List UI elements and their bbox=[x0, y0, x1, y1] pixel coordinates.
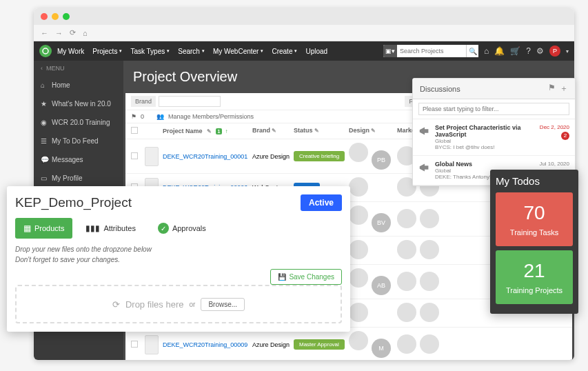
todos-title: My Todos bbox=[496, 175, 573, 187]
col-status[interactable]: Status✎ bbox=[294, 127, 349, 135]
avatar[interactable] bbox=[349, 205, 368, 225]
todo-label: Training Projects bbox=[501, 286, 567, 294]
avatar[interactable] bbox=[420, 334, 439, 354]
result-count: 0 bbox=[141, 113, 144, 120]
edit-icon: ✎ bbox=[371, 128, 376, 134]
brand-filter-input[interactable] bbox=[159, 96, 221, 107]
nav-search[interactable]: Search▾ bbox=[178, 48, 205, 55]
avatar[interactable] bbox=[349, 268, 368, 288]
nav-home-icon[interactable]: ⌂ bbox=[484, 46, 489, 56]
box-icon: ▦ bbox=[23, 223, 31, 233]
nav-mywork[interactable]: My Work bbox=[57, 48, 84, 55]
col-project[interactable]: Project Name✎1↑ bbox=[163, 127, 252, 135]
app-logo[interactable] bbox=[39, 45, 52, 57]
nav-create[interactable]: Create▾ bbox=[272, 48, 297, 55]
filter-icon[interactable]: ⚑ bbox=[548, 83, 556, 94]
brand-cell: Azure Design bbox=[252, 153, 294, 160]
avatar[interactable] bbox=[397, 209, 416, 228]
sidebar-item-home[interactable]: ⌂Home bbox=[34, 76, 123, 94]
discussion-scope: Global bbox=[435, 138, 536, 144]
discussion-item[interactable]: Set Project Characteristic via JavaScrip… bbox=[413, 119, 575, 156]
max-dot[interactable] bbox=[63, 13, 70, 20]
avatar[interactable] bbox=[420, 209, 439, 228]
avatar[interactable] bbox=[420, 272, 439, 291]
sidebar-item-whatsnew[interactable]: ★What's New in 20.0 bbox=[34, 94, 123, 113]
user-menu-caret[interactable]: ▾ bbox=[566, 48, 569, 54]
avatar[interactable] bbox=[397, 272, 416, 291]
avatar[interactable] bbox=[349, 303, 368, 322]
tab-attributes[interactable]: ▮▮▮Attributes bbox=[77, 218, 144, 239]
megaphone-icon bbox=[418, 125, 431, 137]
project-link[interactable]: DEKE_WCR20Training_00009 bbox=[163, 341, 247, 348]
avatar[interactable] bbox=[397, 240, 416, 259]
project-link[interactable]: DEKE_WCR20Training_00001 bbox=[163, 153, 247, 160]
forward-icon[interactable]: → bbox=[55, 29, 63, 37]
todo-tile[interactable]: 70Training Tasks bbox=[496, 192, 573, 246]
gear-icon[interactable]: ⚙ bbox=[536, 46, 544, 56]
avatar[interactable]: BV bbox=[372, 213, 391, 232]
flag-icon[interactable]: ⚑ bbox=[131, 113, 136, 120]
unread-badge: 2 bbox=[561, 132, 569, 140]
cart-icon[interactable]: 🛒 bbox=[510, 46, 520, 56]
sidebar-menu-header[interactable]: ‹MENU bbox=[34, 61, 123, 76]
reload-icon[interactable]: ⟳ bbox=[70, 28, 76, 37]
col-brand[interactable]: Brand✎ bbox=[252, 127, 294, 135]
notifications-icon[interactable]: 🔔 bbox=[494, 46, 505, 56]
select-all-checkbox[interactable] bbox=[131, 127, 138, 134]
avatar[interactable] bbox=[420, 240, 439, 259]
table-row[interactable]: DEKE_WCR20Training_00009 Azure Design Ma… bbox=[125, 328, 572, 360]
nav-projects[interactable]: Projects▾ bbox=[92, 48, 122, 55]
avatar[interactable] bbox=[349, 331, 368, 350]
back-icon[interactable]: ← bbox=[41, 29, 48, 37]
nav-upload[interactable]: Upload bbox=[305, 48, 327, 55]
avatar[interactable] bbox=[349, 143, 368, 162]
min-dot[interactable] bbox=[52, 13, 59, 20]
members-icon: 👥 bbox=[156, 113, 164, 120]
avatar[interactable] bbox=[420, 303, 439, 322]
row-checkbox[interactable] bbox=[131, 341, 138, 348]
browse-button[interactable]: Browse... bbox=[201, 298, 245, 311]
save-changes-button[interactable]: 💾Save Changes bbox=[270, 269, 342, 285]
avatar[interactable] bbox=[349, 177, 368, 197]
user-avatar[interactable]: P bbox=[549, 46, 560, 57]
avatar[interactable] bbox=[397, 334, 416, 354]
sort-indicator: 1 bbox=[216, 128, 223, 134]
avatar[interactable]: PB bbox=[372, 150, 391, 170]
sidebar-item-profile[interactable]: ▭My Profile bbox=[34, 169, 123, 188]
sidebar-item-todo[interactable]: ☰My To Do Feed bbox=[34, 132, 123, 150]
window-controls bbox=[34, 8, 574, 25]
todo-tile[interactable]: 21Training Projects bbox=[496, 250, 573, 304]
discussion-date: Jul 10, 2020 bbox=[539, 161, 569, 167]
file-dropzone[interactable]: ⟳ Drop files here or Browse... bbox=[15, 285, 342, 323]
search-scope[interactable]: ▣▾ bbox=[383, 45, 397, 57]
svg-point-0 bbox=[43, 48, 48, 54]
avatar[interactable]: M bbox=[372, 339, 391, 358]
avatar[interactable]: AB bbox=[372, 276, 391, 295]
home-icon: ⌂ bbox=[41, 81, 48, 89]
browser-toolbar: ← → ⟳ ⌂ bbox=[34, 25, 574, 41]
edit-icon: ✎ bbox=[314, 128, 319, 134]
col-design[interactable]: Design✎ bbox=[349, 127, 397, 135]
add-discussion-icon[interactable]: ＋ bbox=[560, 83, 568, 94]
manage-members-link[interactable]: Manage Members/Permissions bbox=[168, 113, 254, 120]
row-checkbox[interactable] bbox=[131, 152, 138, 159]
star-icon: ★ bbox=[41, 100, 48, 108]
search-input[interactable] bbox=[397, 48, 466, 54]
status-badge: Master Approval bbox=[294, 339, 345, 350]
tab-products[interactable]: ▦Products bbox=[15, 218, 72, 239]
help-icon[interactable]: ? bbox=[526, 46, 531, 56]
avatar[interactable] bbox=[397, 303, 416, 322]
nav-tasktypes[interactable]: Task Types▾ bbox=[130, 48, 170, 55]
todo-count: 70 bbox=[501, 202, 567, 224]
brand-cell: Azure Design bbox=[252, 341, 294, 348]
discussion-message: BYCS: I bet @tihv does! bbox=[435, 144, 536, 150]
close-dot[interactable] bbox=[41, 13, 48, 20]
discussion-filter-input[interactable] bbox=[418, 103, 569, 115]
search-icon[interactable]: 🔍 bbox=[466, 45, 478, 57]
home-icon[interactable]: ⌂ bbox=[83, 29, 88, 37]
sidebar-item-training[interactable]: ◉WCR 20.0 Training bbox=[34, 113, 123, 132]
nav-mywebcenter[interactable]: My WebCenter▾ bbox=[213, 48, 264, 55]
tab-approvals[interactable]: ✓Approvals bbox=[149, 218, 215, 239]
avatar[interactable] bbox=[349, 240, 368, 259]
sidebar-item-messages[interactable]: 💬Messages bbox=[34, 150, 123, 169]
